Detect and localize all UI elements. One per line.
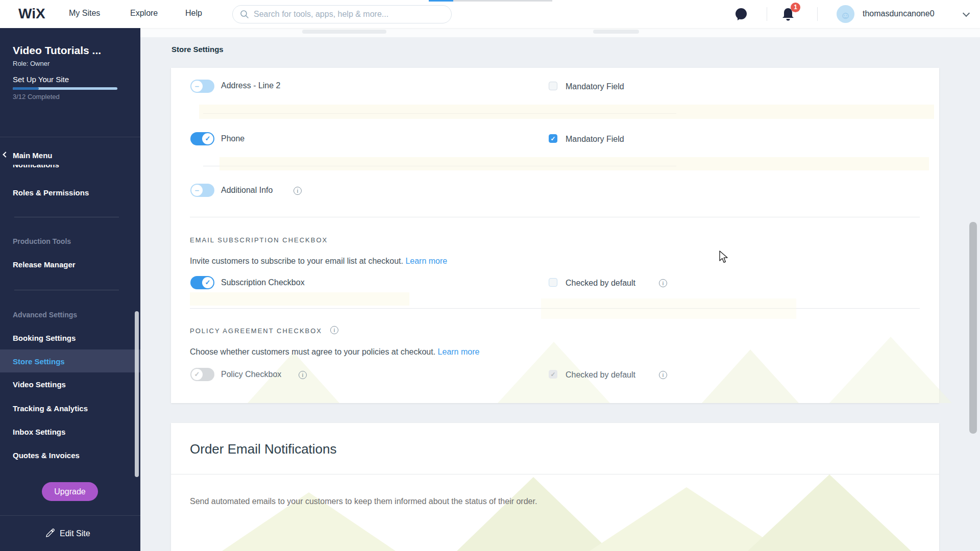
toggle-label: Subscription Checkbox <box>221 278 305 287</box>
search-input[interactable] <box>254 10 437 19</box>
policy-checkbox-toggle[interactable]: ✓ <box>190 368 214 381</box>
sidebar-divider <box>0 515 140 516</box>
check-icon: ✓ <box>550 135 555 142</box>
info-icon[interactable]: i <box>659 371 667 379</box>
subscription-checked-by-default-checkbox[interactable] <box>549 278 557 287</box>
mouse-cursor <box>719 251 730 264</box>
loading-bar-track <box>453 0 552 2</box>
address-line2-toggle[interactable]: – <box>190 80 214 93</box>
section-title: POLICY AGREEMENT CHECKBOX <box>190 327 322 335</box>
search-box[interactable] <box>232 5 452 23</box>
sidebar-divider <box>14 217 119 217</box>
minus-icon: – <box>191 81 203 92</box>
info-icon[interactable]: i <box>293 187 302 195</box>
sidebar-item-notifications-clipped[interactable]: Notifications <box>13 165 59 171</box>
sidebar-item-store-settings[interactable]: Store Settings <box>13 357 65 366</box>
background-pattern <box>702 349 799 403</box>
check-icon: ✓ <box>202 133 213 144</box>
phone-mandatory-checkbox[interactable]: ✓ <box>549 134 557 143</box>
learn-more-link[interactable]: Learn more <box>438 347 480 356</box>
topbar-divider <box>817 7 818 21</box>
check-icon: ✓ <box>202 277 213 288</box>
address-line2-mandatory-checkbox[interactable] <box>549 82 557 90</box>
field-label: Address - Line 2 <box>221 81 281 90</box>
subscription-checkbox-toggle[interactable]: ✓ <box>190 276 214 289</box>
additional-info-toggle[interactable]: – <box>190 184 214 197</box>
sidebar-item-booking-settings[interactable]: Booking Settings <box>13 334 76 342</box>
background-pattern <box>199 105 934 119</box>
wix-logo[interactable]: WiX <box>18 6 45 22</box>
pencil-icon <box>45 529 55 538</box>
sidebar-section-advanced-settings: Advanced Settings <box>13 311 77 319</box>
check-icon: ✓ <box>191 369 203 380</box>
check-icon: ✓ <box>550 371 555 378</box>
learn-more-link[interactable]: Learn more <box>405 257 447 265</box>
notifications-count-badge[interactable]: 1 <box>791 3 800 12</box>
scrolled-row-remnant <box>302 30 386 34</box>
main-menu-label: Main Menu <box>13 151 53 160</box>
nav-explore[interactable]: Explore <box>130 9 158 18</box>
background-pattern <box>457 477 610 551</box>
info-icon[interactable]: i <box>330 326 338 334</box>
phone-toggle[interactable]: ✓ <box>190 132 214 145</box>
nav-my-sites[interactable]: My Sites <box>69 9 100 18</box>
upgrade-button[interactable]: Upgrade <box>42 482 98 501</box>
section-description: Invite customers to subscribe to your em… <box>190 257 447 266</box>
card-divider <box>171 474 939 474</box>
setup-progress-fill <box>13 87 39 90</box>
checked-by-default-label: Checked by default <box>566 370 635 380</box>
section-description: Choose whether customers must agree to y… <box>190 347 479 357</box>
setup-site-link[interactable]: Set Up Your Site <box>13 75 69 84</box>
info-icon[interactable]: i <box>299 371 307 379</box>
wix-dashboard-page: WiX My Sites Explore Help 1 ☺ thomasdunc… <box>0 0 980 551</box>
description-text: Choose whether customers must agree to y… <box>190 347 435 356</box>
sidebar-divider <box>0 137 140 137</box>
nav-help[interactable]: Help <box>185 9 202 18</box>
sidebar-item-tracking-analytics[interactable]: Tracking & Analytics <box>13 404 88 413</box>
checked-by-default-label: Checked by default <box>566 279 635 288</box>
background-pattern <box>748 474 911 551</box>
background-pattern <box>190 292 409 306</box>
sidebar-scrollbar[interactable] <box>135 311 139 477</box>
policy-checked-by-default-checkbox[interactable]: ✓ <box>549 370 557 379</box>
toggle-label: Policy Checkbox <box>221 370 281 379</box>
sidebar-section-production-tools: Production Tools <box>13 237 71 245</box>
person-avatar[interactable]: ☺ <box>837 5 854 23</box>
page-scrollbar[interactable] <box>969 222 977 434</box>
field-label: Phone <box>221 134 244 143</box>
sidebar-item-inbox-settings[interactable]: Inbox Settings <box>13 428 65 436</box>
info-icon[interactable]: i <box>659 279 667 287</box>
edit-site-label: Edit Site <box>60 529 90 538</box>
mandatory-field-label: Mandatory Field <box>566 82 624 91</box>
chat-bubble-icon[interactable] <box>733 7 749 22</box>
scrolled-content-remnant <box>140 28 980 37</box>
sidebar-item-quotes-invoices[interactable]: Quotes & Invoices <box>13 451 80 460</box>
account-name[interactable]: thomasduncanone0 <box>863 9 935 18</box>
main-menu-back[interactable]: Main Menu <box>13 151 53 160</box>
setup-progress-bar <box>13 87 117 90</box>
setup-progress-label: 3/12 Completed <box>13 93 60 101</box>
section-divider <box>190 217 920 217</box>
search-icon <box>240 10 249 19</box>
sidebar-item-roles-permissions[interactable]: Roles & Permissions <box>13 188 89 197</box>
scrolled-row-remnant <box>593 30 639 34</box>
background-pattern <box>219 157 929 170</box>
back-chevron-icon <box>3 152 8 157</box>
loading-bar-progress <box>429 0 453 2</box>
top-bar: WiX My Sites Explore Help 1 ☺ thomasdunc… <box>0 0 980 28</box>
minus-icon: – <box>191 185 203 196</box>
card-title: Order Email Notifications <box>190 441 337 457</box>
sidebar-divider <box>14 290 119 290</box>
order-email-notifications-card: Order Email Notifications Send automated… <box>171 423 939 551</box>
sidebar-item-release-manager[interactable]: Release Manager <box>13 260 76 269</box>
sidebar-item-video-settings[interactable]: Video Settings <box>13 380 66 389</box>
mandatory-field-label: Mandatory Field <box>566 135 624 144</box>
chevron-down-icon[interactable] <box>963 10 970 17</box>
site-name[interactable]: Video Tutorials ... <box>13 44 101 57</box>
background-pattern <box>541 298 796 319</box>
sidebar: Video Tutorials ... Role: Owner Set Up Y… <box>0 28 140 551</box>
description-text: Invite customers to subscribe to your em… <box>190 257 403 265</box>
topbar-divider <box>767 7 767 21</box>
edit-site-button[interactable]: Edit Site <box>45 529 90 538</box>
section-title: EMAIL SUBSCRIPTION CHECKBOX <box>190 236 328 244</box>
